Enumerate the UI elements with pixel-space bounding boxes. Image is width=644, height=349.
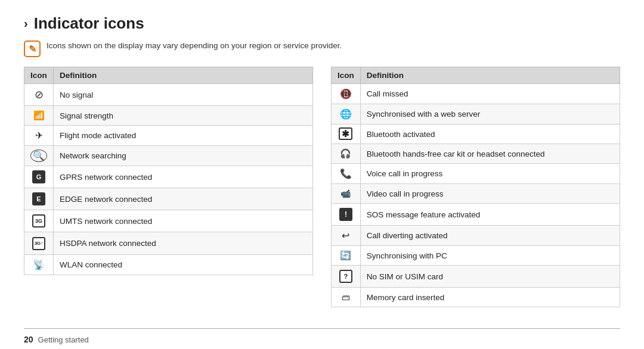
- table-row: 🔍Network searching: [24, 146, 313, 166]
- definition-cell: Network searching: [54, 146, 313, 166]
- definition-cell: Video call in progress: [360, 184, 620, 204]
- table-row: !SOS message feature activated: [332, 204, 620, 226]
- table-row: ✱Bluetooth activated: [332, 124, 620, 144]
- page-title: Indicator icons: [34, 14, 144, 33]
- table-row: ✈Flight mode activated: [24, 126, 313, 146]
- table-row: 📹Video call in progress: [332, 184, 620, 204]
- left-column: Icon Definition ⊘No signal📶Signal streng…: [24, 67, 313, 328]
- no-sim-icon: ?: [332, 266, 361, 288]
- page-container: › Indicator icons ✎ Icons shown on the d…: [0, 0, 644, 349]
- definition-cell: Signal strength: [54, 106, 313, 126]
- table-row: 🌐Synchronised with a web server: [332, 104, 620, 124]
- gprs-icon: G: [24, 166, 54, 188]
- table-row: 🗃Memory card inserted: [332, 288, 620, 307]
- definition-cell: UMTS network connected: [54, 210, 313, 232]
- table-row: 📵Call missed: [332, 84, 620, 104]
- definition-cell: Flight mode activated: [54, 126, 313, 146]
- definition-cell: Bluetooth hands-free car kit or headset …: [360, 144, 620, 164]
- hsdpa-icon: 3G↑: [24, 232, 54, 255]
- table-row: EEDGE network connected: [24, 188, 313, 210]
- table-row: 3G↑HSDPA network connected: [24, 232, 313, 255]
- table-row: ?No SIM or USIM card: [332, 266, 620, 288]
- right-col-def: Definition: [360, 67, 620, 84]
- sos-icon: !: [332, 204, 361, 226]
- table-row: ↩Call diverting activated: [332, 226, 620, 246]
- wlan-icon: 📡: [24, 254, 54, 275]
- table-row: 3GUMTS network connected: [24, 210, 313, 232]
- definition-cell: SOS message feature activated: [360, 204, 620, 226]
- content-area: Icon Definition ⊘No signal📶Signal streng…: [24, 67, 620, 328]
- notice-text: Icons shown on the display may vary depe…: [47, 40, 342, 52]
- definition-cell: Memory card inserted: [360, 288, 620, 307]
- definition-cell: WLAN connected: [54, 254, 313, 275]
- definition-cell: Call missed: [360, 84, 620, 104]
- left-col-icon: Icon: [24, 67, 54, 84]
- right-col-icon: Icon: [332, 67, 361, 84]
- network-search-icon: 🔍: [24, 146, 54, 166]
- definition-cell: EDGE network connected: [54, 188, 313, 210]
- bluetooth-headset-icon: 🎧: [332, 144, 361, 164]
- no-signal-icon: ⊘: [24, 84, 54, 106]
- sync-pc-icon: 🔄: [332, 246, 361, 266]
- call-divert-icon: ↩: [332, 226, 361, 246]
- title-row: › Indicator icons: [24, 14, 620, 33]
- call-missed-icon: 📵: [332, 84, 361, 104]
- chevron-right-icon: ›: [24, 17, 28, 30]
- footer-page-number: 20: [24, 335, 33, 344]
- right-column: Icon Definition 📵Call missed🌐Synchronise…: [331, 67, 620, 328]
- definition-cell: No signal: [54, 84, 313, 106]
- umts-icon: 3G: [24, 210, 54, 232]
- definition-cell: HSDPA network connected: [54, 232, 313, 255]
- footer: 20 Getting started: [24, 328, 620, 349]
- bluetooth-icon: ✱: [332, 124, 361, 144]
- definition-cell: GPRS network connected: [54, 166, 313, 188]
- left-col-def: Definition: [54, 67, 313, 84]
- definition-cell: Voice call in progress: [360, 164, 620, 184]
- signal-strength-icon: 📶: [24, 106, 54, 126]
- voice-call-icon: 📞: [332, 164, 361, 184]
- table-row: 📞Voice call in progress: [332, 164, 620, 184]
- definition-cell: Call diverting activated: [360, 226, 620, 246]
- footer-label: Getting started: [38, 335, 89, 344]
- notice-row: ✎ Icons shown on the display may vary de…: [24, 40, 620, 57]
- flight-mode-icon: ✈: [24, 126, 54, 146]
- edge-icon: E: [24, 188, 54, 210]
- definition-cell: No SIM or USIM card: [360, 266, 620, 288]
- definition-cell: Bluetooth activated: [360, 124, 620, 144]
- memory-card-icon: 🗃: [332, 288, 361, 307]
- notice-icon: ✎: [24, 40, 41, 57]
- definition-cell: Synchronised with a web server: [360, 104, 620, 124]
- table-row: 🎧Bluetooth hands-free car kit or headset…: [332, 144, 620, 164]
- right-table: Icon Definition 📵Call missed🌐Synchronise…: [331, 67, 620, 307]
- table-row: ⊘No signal: [24, 84, 313, 106]
- left-table: Icon Definition ⊘No signal📶Signal streng…: [24, 67, 313, 275]
- table-row: GGPRS network connected: [24, 166, 313, 188]
- table-row: 📡WLAN connected: [24, 254, 313, 275]
- table-row: 🔄Synchronising with PC: [332, 246, 620, 266]
- definition-cell: Synchronising with PC: [360, 246, 620, 266]
- sync-web-icon: 🌐: [332, 104, 361, 124]
- video-call-icon: 📹: [332, 184, 361, 204]
- table-row: 📶Signal strength: [24, 106, 313, 126]
